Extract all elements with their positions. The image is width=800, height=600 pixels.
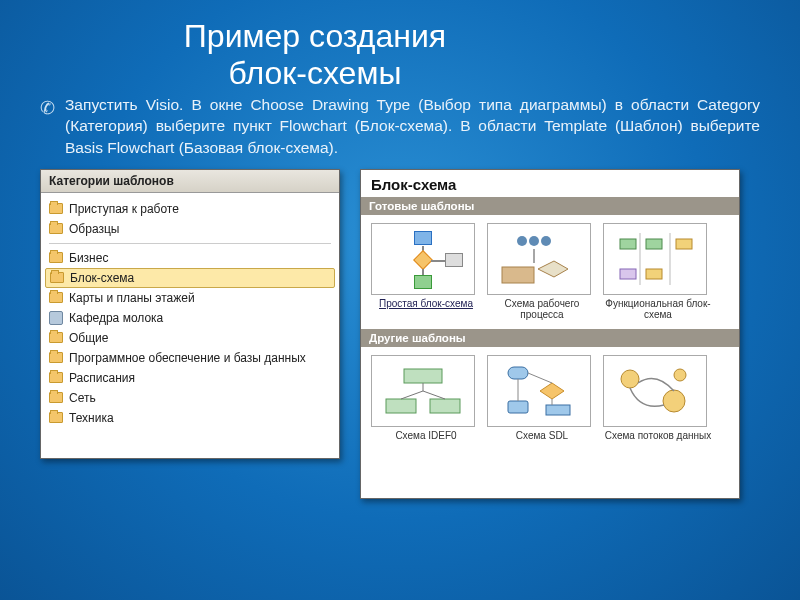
categories-list: Приступая к работе Образцы Бизнес Блок-с…	[41, 193, 339, 434]
folder-icon	[49, 203, 63, 214]
category-item[interactable]: Сеть	[41, 388, 339, 408]
templates-section-other: Другие шаблоны	[361, 329, 739, 347]
svg-rect-12	[404, 369, 442, 383]
folder-icon	[49, 223, 63, 234]
category-item[interactable]: Техника	[41, 408, 339, 428]
generic-icon	[49, 311, 63, 325]
template-item[interactable]: Схема SDL	[487, 355, 597, 442]
template-item[interactable]: Функциональная блок-схема	[603, 223, 713, 321]
templates-section-ready: Готовые шаблоны	[361, 197, 739, 215]
category-item[interactable]: Кафедра молока	[41, 308, 339, 328]
svg-rect-14	[430, 399, 460, 413]
template-thumb	[487, 223, 591, 295]
template-thumb	[603, 223, 707, 295]
templates-panel: Блок-схема Готовые шаблоны Простая блок-…	[360, 169, 740, 499]
svg-rect-20	[546, 405, 570, 415]
template-item[interactable]: Простая блок-схема	[371, 223, 481, 321]
template-item[interactable]: Схема потоков данных	[603, 355, 713, 442]
svg-line-22	[528, 373, 552, 383]
svg-rect-18	[508, 367, 528, 379]
template-label: Схема рабочего процесса	[487, 298, 597, 321]
templates-grid-ready: Простая блок-схема Схема рабочего процес…	[361, 215, 739, 329]
category-item[interactable]: Общие	[41, 328, 339, 348]
template-thumb	[603, 355, 707, 427]
templates-grid-other: Схема IDEF0 Схема SDL	[361, 347, 739, 450]
categories-panel: Категории шаблонов Приступая к работе Об…	[40, 169, 340, 459]
template-label: Схема потоков данных	[603, 430, 713, 442]
slide-title: Пример создания блок-схемы	[0, 0, 540, 94]
category-item[interactable]: Бизнес	[41, 248, 339, 268]
svg-point-1	[517, 236, 527, 246]
folder-icon	[49, 332, 63, 343]
svg-line-17	[423, 391, 445, 399]
category-item[interactable]: Приступая к работе	[41, 199, 339, 219]
svg-point-26	[674, 369, 686, 381]
template-label: Простая блок-схема	[371, 298, 481, 310]
folder-icon	[50, 272, 64, 283]
category-item[interactable]: Расписания	[41, 368, 339, 388]
template-label: Схема IDEF0	[371, 430, 481, 442]
folder-icon	[49, 292, 63, 303]
category-item[interactable]: Образцы	[41, 219, 339, 239]
template-thumb	[371, 223, 475, 295]
templates-title: Блок-схема	[361, 170, 739, 197]
folder-icon	[49, 252, 63, 263]
folder-icon	[49, 372, 63, 383]
svg-point-24	[621, 370, 639, 388]
svg-rect-13	[386, 399, 416, 413]
svg-rect-7	[620, 239, 636, 249]
template-thumb	[487, 355, 591, 427]
folder-icon	[49, 392, 63, 403]
template-item[interactable]: Схема IDEF0	[371, 355, 481, 442]
folder-icon	[49, 352, 63, 363]
template-item[interactable]: Схема рабочего процесса	[487, 223, 597, 321]
phone-icon: ✆	[40, 97, 55, 119]
svg-point-2	[529, 236, 539, 246]
svg-rect-0	[502, 267, 534, 283]
svg-line-16	[401, 391, 423, 399]
svg-rect-9	[676, 239, 692, 249]
categories-header: Категории шаблонов	[41, 170, 339, 193]
svg-point-3	[541, 236, 551, 246]
svg-point-25	[663, 390, 685, 412]
svg-rect-10	[646, 269, 662, 279]
template-label: Функциональная блок-схема	[603, 298, 713, 321]
category-item[interactable]: Программное обеспечение и базы данных	[41, 348, 339, 368]
svg-rect-19	[508, 401, 528, 413]
template-thumb	[371, 355, 475, 427]
svg-rect-8	[646, 239, 662, 249]
svg-rect-11	[620, 269, 636, 279]
category-item[interactable]: Карты и планы этажей	[41, 288, 339, 308]
folder-icon	[49, 412, 63, 423]
category-item-selected[interactable]: Блок-схема	[45, 268, 335, 288]
slide-body-text: Запустить Visio. В окне Choose Drawing T…	[65, 94, 760, 159]
template-label: Схема SDL	[487, 430, 597, 442]
